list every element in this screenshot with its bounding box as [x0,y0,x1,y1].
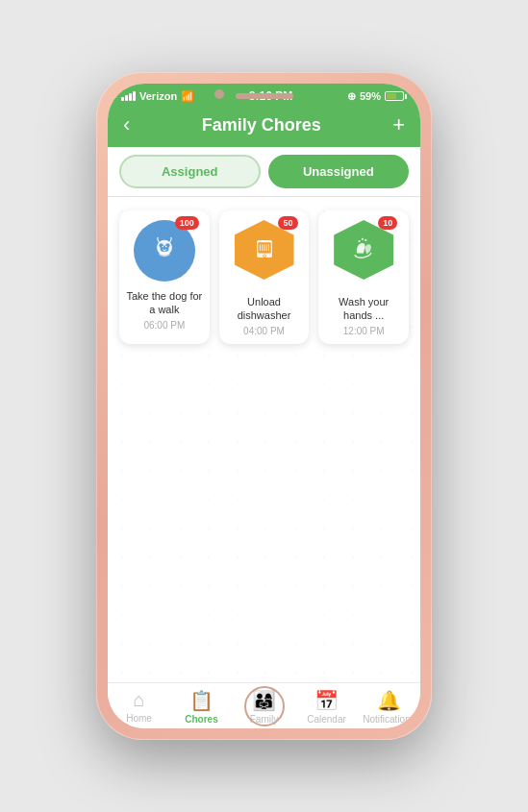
wifi-icon: 📶 [181,90,194,103]
nav-label-home: Home [126,713,152,724]
chore-card-dishwasher[interactable]: 50 Unload dishwasher 04:00 PM [219,210,310,344]
svg-point-5 [165,246,167,248]
chore-label-1: Take the dog for a walk [125,289,204,317]
location-icon: ⊕ [347,90,356,103]
back-button[interactable]: ‹ [123,114,130,135]
home-icon: ⌂ [133,689,144,711]
tab-bar: Assigned Unassigned [108,147,420,197]
dishwasher-icon [247,233,282,267]
chore-card-dog-walk[interactable]: 100 Take the dog for a walk 06:00 PM [119,210,210,344]
svg-point-16 [359,240,361,242]
chore-time-1: 06:00 PM [143,320,185,331]
chore-label-3: Wash your hands ... [324,295,403,323]
tab-unassigned[interactable]: Unassigned [268,155,410,188]
svg-point-6 [159,252,169,258]
chore-grid: 100 Take the dog for a walk 06:00 PM [108,197,420,357]
page-title: Family Chores [202,115,321,135]
home-button[interactable] [244,686,285,726]
chore-time-3: 12:00 PM [343,326,385,336]
chore-label-2: Unload dishwasher [225,295,304,323]
svg-point-4 [162,246,163,248]
svg-point-18 [365,239,366,241]
chore-badge-3: 10 [378,216,397,230]
svg-point-17 [362,238,364,240]
tab-assigned[interactable]: Assigned [119,155,261,188]
chores-icon: 📋 [189,689,214,712]
add-button[interactable]: + [392,114,405,135]
phone-frame: Verizon 📶 8:16 PM ⊕ 59% ‹ [96,72,432,740]
wash-hands-icon [346,233,381,267]
nav-item-chores[interactable]: 📋 Chores [170,689,233,725]
bell-icon: 🔔 [377,689,401,712]
nav-item-notifications[interactable]: 🔔 Notifications [358,689,420,725]
chore-time-2: 04:00 PM [243,326,285,336]
chore-badge-1: 100 [175,216,199,230]
speaker [236,93,293,99]
nav-label-calendar: Calendar [307,714,346,725]
signal-icon [121,91,136,101]
dog-icon [147,234,182,268]
svg-point-15 [264,255,265,257]
carrier-label: Verizon [139,90,177,102]
chore-badge-2: 50 [278,216,297,230]
nav-label-notifications: Notifications [363,714,415,725]
status-left: Verizon 📶 [121,90,194,103]
battery-percent: 59% [360,90,381,102]
nav-label-chores: Chores [185,714,217,725]
nav-item-home[interactable]: ⌂ Home [108,689,170,725]
camera [214,89,224,99]
header: ‹ Family Chores + [108,107,420,147]
calendar-icon: 📅 [314,689,339,712]
status-right: ⊕ 59% [347,90,407,103]
screen: Verizon 📶 8:16 PM ⊕ 59% ‹ [108,84,420,728]
nav-item-calendar[interactable]: 📅 Calendar [295,689,358,725]
chore-card-wash-hands[interactable]: 10 Wash your hands ... 12:00 PM [318,210,409,344]
main-content: 100 Take the dog for a walk 06:00 PM [108,197,420,682]
battery-icon [385,91,407,101]
chore-icon-dog-walk: 100 [134,220,195,282]
